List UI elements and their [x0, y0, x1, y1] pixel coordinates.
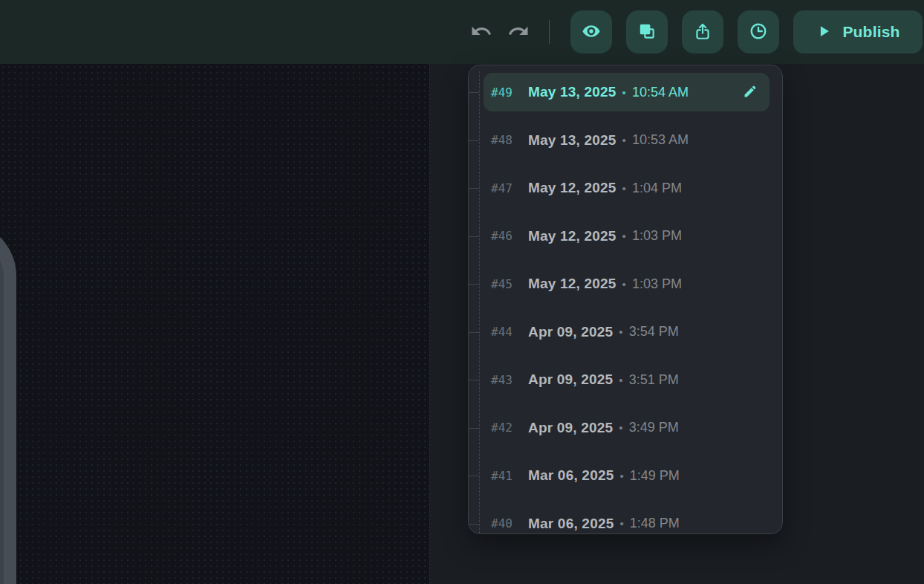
dot-separator: •	[622, 278, 626, 291]
history-button[interactable]	[738, 10, 779, 53]
share-up-icon	[693, 22, 712, 43]
timeline-tick	[469, 524, 479, 525]
timeline-tick	[469, 140, 479, 141]
version-number: #49	[491, 85, 521, 100]
version-row[interactable]: #49 May 13, 2025 • 10:54 AM	[484, 73, 770, 111]
version-row[interactable]: #41 Mar 06, 2025 • 1:49 PM	[484, 456, 770, 495]
version-date: May 12, 2025	[528, 276, 616, 292]
timeline-tick	[469, 284, 479, 285]
version-number: #48	[491, 133, 521, 147]
version-date: Apr 09, 2025	[528, 372, 613, 388]
version-row[interactable]: #40 Mar 06, 2025 • 1:48 PM	[484, 504, 770, 535]
timeline-tick	[469, 428, 479, 429]
timeline-tick	[469, 92, 479, 93]
version-number: #43	[491, 373, 521, 387]
dot-separator: •	[619, 470, 623, 482]
version-list: #49 May 13, 2025 • 10:54 AM #48 May 13, …	[484, 73, 770, 534]
version-time: 1:48 PM	[630, 516, 680, 531]
timeline-tick	[469, 332, 479, 333]
redo-button[interactable]	[506, 19, 531, 45]
version-row[interactable]: #43 Apr 09, 2025 • 3:51 PM	[484, 360, 770, 399]
version-date: Mar 06, 2025	[528, 516, 614, 532]
version-number: #45	[491, 277, 521, 291]
version-time: 1:49 PM	[630, 468, 680, 484]
publish-label: Publish	[842, 23, 899, 41]
pencil-icon	[743, 84, 758, 101]
version-number: #47	[491, 181, 521, 195]
clock-icon	[749, 22, 768, 43]
version-date: Apr 09, 2025	[528, 324, 613, 340]
dot-separator: •	[619, 374, 622, 386]
version-number: #41	[491, 469, 521, 483]
timeline-dashed-line	[479, 71, 480, 533]
timeline-tick	[469, 380, 479, 380]
version-date: May 12, 2025	[528, 228, 616, 244]
version-time: 1:03 PM	[632, 228, 682, 244]
top-bar: Publish	[0, 0, 924, 64]
version-date: Mar 06, 2025	[528, 467, 614, 484]
editor-toolbar: Publish	[469, 0, 923, 64]
duplicate-button[interactable]	[626, 10, 668, 53]
editor-canvas	[0, 64, 429, 584]
edit-version-button[interactable]	[741, 83, 759, 101]
dot-separator: •	[622, 134, 626, 146]
canvas-frame-corner-inner	[0, 235, 4, 584]
undo-icon	[470, 20, 492, 45]
dot-separator: •	[622, 230, 626, 242]
version-time: 3:51 PM	[629, 372, 679, 388]
version-number: #44	[491, 325, 521, 339]
version-row[interactable]: #48 May 13, 2025 • 10:53 AM	[484, 121, 770, 160]
version-date: May 12, 2025	[528, 180, 616, 196]
timeline-tick	[469, 236, 479, 237]
eye-icon	[582, 22, 601, 43]
version-row[interactable]: #42 Apr 09, 2025 • 3:49 PM	[484, 409, 770, 447]
undo-button[interactable]	[469, 19, 494, 45]
dot-separator: •	[622, 182, 626, 195]
toolbar-divider	[549, 20, 550, 44]
version-history-panel: #49 May 13, 2025 • 10:54 AM #48 May 13, …	[468, 65, 783, 534]
version-time: 3:49 PM	[629, 420, 679, 435]
publish-button[interactable]: Publish	[793, 10, 923, 53]
app-window: Publish #49 May 13, 2025 • 10:54 AM #48 …	[0, 0, 924, 584]
version-number: #46	[491, 229, 521, 243]
dot-separator: •	[619, 421, 622, 434]
dot-separator: •	[619, 517, 623, 530]
version-time: 1:04 PM	[632, 181, 682, 196]
version-time: 3:54 PM	[629, 324, 679, 340]
version-row[interactable]: #44 Apr 09, 2025 • 3:54 PM	[484, 313, 770, 351]
version-time: 10:54 AM	[632, 85, 689, 100]
dot-separator: •	[622, 86, 626, 99]
version-row[interactable]: #45 May 12, 2025 • 1:03 PM	[484, 265, 770, 303]
version-time: 1:03 PM	[632, 276, 682, 292]
play-icon	[816, 23, 832, 42]
redo-icon	[507, 20, 530, 45]
preview-button[interactable]	[570, 10, 612, 53]
version-number: #42	[491, 421, 521, 435]
copy-icon	[637, 22, 657, 43]
version-date: May 13, 2025	[528, 84, 616, 100]
timeline-tick	[469, 188, 479, 189]
timeline-tick	[469, 476, 479, 476]
version-row[interactable]: #47 May 12, 2025 • 1:04 PM	[484, 169, 770, 207]
version-row[interactable]: #46 May 12, 2025 • 1:03 PM	[484, 217, 770, 256]
dot-separator: •	[619, 325, 622, 338]
share-button[interactable]	[682, 10, 723, 53]
version-date: Apr 09, 2025	[528, 420, 613, 436]
version-date: May 13, 2025	[528, 132, 616, 149]
version-time: 10:53 AM	[632, 132, 689, 148]
version-number: #40	[491, 516, 521, 531]
